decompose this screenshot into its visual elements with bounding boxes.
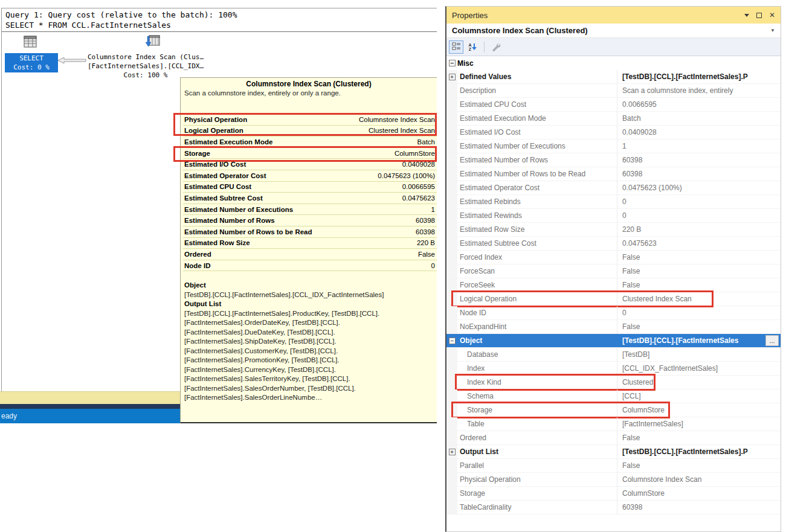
select-node[interactable]: SELECT Cost: 0 % <box>5 53 58 72</box>
property-value: 0 <box>617 197 781 206</box>
property-row-estimated-row-size[interactable]: Estimated Row Size220 B <box>446 223 781 237</box>
property-row-forceseek[interactable]: ForceSeekFalse <box>446 278 781 292</box>
property-label: Index <box>457 362 617 375</box>
row-indicator <box>446 278 457 292</box>
property-value: [TestDB].[CCL].[FactInternetSales].P <box>617 447 781 456</box>
property-label: ForceSeek <box>457 278 617 292</box>
property-row-estimated-number-of-rows[interactable]: Estimated Number of Rows60398 <box>446 153 781 167</box>
maximize-icon[interactable] <box>756 13 762 18</box>
property-row-storage[interactable]: StorageColumnStore <box>446 487 781 501</box>
expand-icon[interactable]: + <box>449 449 456 455</box>
tooltip-row: Estimated Operator Cost0.0475623 (100%) <box>183 170 437 182</box>
window-position-icon[interactable] <box>744 14 749 17</box>
row-indicator: + <box>446 70 457 83</box>
categorized-view-button[interactable] <box>449 40 463 54</box>
property-label: Parallel <box>457 459 617 472</box>
properties-titlebar: Properties ✕ <box>446 7 781 24</box>
property-value: [FactInternetSales] <box>617 420 781 428</box>
query-header: Query 1: Query cost (relative to the bat… <box>5 10 237 30</box>
row-indicator <box>446 487 457 500</box>
property-row-logical-operation[interactable]: Logical OperationClustered Index Scan <box>446 292 781 306</box>
property-row-index[interactable]: Index[CCL_IDX_FactInternetSales] <box>446 362 781 376</box>
property-row-estimated-rewinds[interactable]: Estimated Rewinds0 <box>446 209 781 223</box>
category-row-misc[interactable]: − Misc <box>446 56 781 70</box>
query-cost-line: Query 1: Query cost (relative to the bat… <box>5 10 237 20</box>
row-indicator <box>446 251 457 264</box>
scan-node-line1: Columnstore Index Scan (Clus… <box>79 53 212 62</box>
property-value: Scan a columnstore index, entirely <box>617 86 781 95</box>
property-value: ColumnStore <box>617 489 781 498</box>
property-row-estimated-cpu-cost[interactable]: Estimated CPU Cost0.0066595 <box>446 98 781 112</box>
row-indicator <box>446 403 457 417</box>
property-row-forced-index[interactable]: Forced IndexFalse <box>446 251 781 264</box>
selected-object-name: Columnstore Index Scan (Clustered) <box>452 26 588 35</box>
object-selector-combo[interactable]: Columnstore Index Scan (Clustered) ▼ <box>446 24 781 38</box>
property-row-index-kind[interactable]: Index KindClustered <box>446 376 781 389</box>
property-label: Estimated CPU Cost <box>457 98 617 111</box>
property-row-storage[interactable]: StorageColumnStore <box>446 403 781 417</box>
property-value: False <box>617 253 781 261</box>
tooltip-row: Estimated Number of Rows60398 <box>183 215 437 226</box>
property-pages-button[interactable] <box>489 40 503 54</box>
property-row-defined-values[interactable]: +Defined Values[TestDB].[CCL].[FactInter… <box>446 70 781 84</box>
property-value: Clustered Index Scan <box>617 295 781 303</box>
property-value: ColumnStore <box>617 406 781 414</box>
collapse-icon[interactable]: − <box>449 338 456 344</box>
property-row-schema[interactable]: Schema[CCL] <box>446 389 781 403</box>
expand-icon[interactable]: + <box>449 74 456 80</box>
alphabetical-sort-button[interactable]: AZ <box>465 40 480 54</box>
sort-arrow-down-icon <box>472 43 477 51</box>
select-operator-icon <box>24 36 37 48</box>
property-row-estimated-number-of-executions[interactable]: Estimated Number of Executions1 <box>446 139 781 153</box>
property-row-estimated-number-of-rows-to-be-read[interactable]: Estimated Number of Rows to be Read60398 <box>446 167 781 181</box>
property-row-object[interactable]: −Object[TestDB].[CCL].[FactInternetSales… <box>446 334 781 348</box>
property-value: 0 <box>617 211 781 220</box>
tooltip-row: Estimated Row Size220 B <box>183 238 437 249</box>
row-indicator: + <box>446 445 457 458</box>
tooltip-output-list-label: Output List <box>184 300 434 309</box>
columnstore-scan-node[interactable]: Columnstore Index Scan (Clus… [FactInter… <box>79 53 212 80</box>
property-value: [TestDB].[CCL].[FactInternetSales <box>617 336 765 345</box>
property-label: Estimated Number of Executions <box>457 139 617 153</box>
property-row-estimated-rebinds[interactable]: Estimated Rebinds0 <box>446 195 781 209</box>
output-list-line: [FactInternetSales].CurrencyKey, [TestDB… <box>184 365 434 375</box>
property-row-estimated-execution-mode[interactable]: Estimated Execution ModeBatch <box>446 112 781 126</box>
property-label: Storage <box>457 487 617 500</box>
property-row-database[interactable]: Database[TestDB] <box>446 348 781 362</box>
select-node-cost: Cost: 0 % <box>5 63 58 72</box>
property-row-table[interactable]: Table[FactInternetSales] <box>446 417 781 431</box>
property-row-output-list[interactable]: +Output List[TestDB].[CCL].[FactInternet… <box>446 445 781 459</box>
property-row-estimated-operator-cost[interactable]: Estimated Operator Cost0.0475623 (100%) <box>446 181 781 195</box>
properties-grid: − Misc +Defined Values[TestDB].[CCL].[Fa… <box>446 56 781 531</box>
collapse-icon[interactable]: − <box>449 60 456 66</box>
output-list-line: [FactInternetSales].DueDateKey, [TestDB]… <box>184 328 434 338</box>
property-row-node-id[interactable]: Node ID0 <box>446 306 781 320</box>
properties-panel: Properties ✕ Columnstore Index Scan (Clu… <box>445 6 781 532</box>
property-row-physical-operation[interactable]: Physical OperationColumnstore Index Scan <box>446 473 781 487</box>
property-row-ordered[interactable]: OrderedFalse <box>446 431 781 445</box>
output-list-line: [FactInternetSales].OrderDateKey, [TestD… <box>184 318 434 328</box>
property-row-forcescan[interactable]: ForceScanFalse <box>446 264 781 278</box>
wrench-icon <box>492 42 501 51</box>
property-label: Database <box>457 348 617 361</box>
property-row-estimated-i-o-cost[interactable]: Estimated I/O Cost0.0409028 <box>446 126 781 139</box>
row-indicator <box>446 112 457 125</box>
property-label: Estimated Subtree Cost <box>457 237 617 250</box>
output-list-line: [FactInternetSales].CustomerKey, [TestDB… <box>184 347 434 356</box>
property-row-parallel[interactable]: ParallelFalse <box>446 459 781 473</box>
property-label: Logical Operation <box>457 292 617 306</box>
property-value: False <box>617 267 781 275</box>
property-row-description[interactable]: DescriptionScan a columnstore index, ent… <box>446 84 781 98</box>
property-label: Ordered <box>457 431 617 444</box>
tooltip-row: Estimated CPU Cost0.0066595 <box>183 182 437 193</box>
property-row-tablecardinality[interactable]: TableCardinality60398 <box>446 501 781 514</box>
scan-node-line2: [FactInternetSales].[CCL_IDX… <box>79 62 212 71</box>
property-row-estimated-subtree-cost[interactable]: Estimated Subtree Cost0.0475623 <box>446 237 781 251</box>
close-icon[interactable]: ✕ <box>769 11 775 19</box>
property-label: Schema <box>457 389 617 403</box>
property-value: 60398 <box>617 156 781 164</box>
tooltip-output-list: [TestDB].[CCL].[FactInternetSales].Produ… <box>184 309 434 403</box>
property-label: Object <box>457 334 617 347</box>
ellipsis-button[interactable]: ... <box>765 335 779 346</box>
property-row-noexpandhint[interactable]: NoExpandHintFalse <box>446 320 781 334</box>
